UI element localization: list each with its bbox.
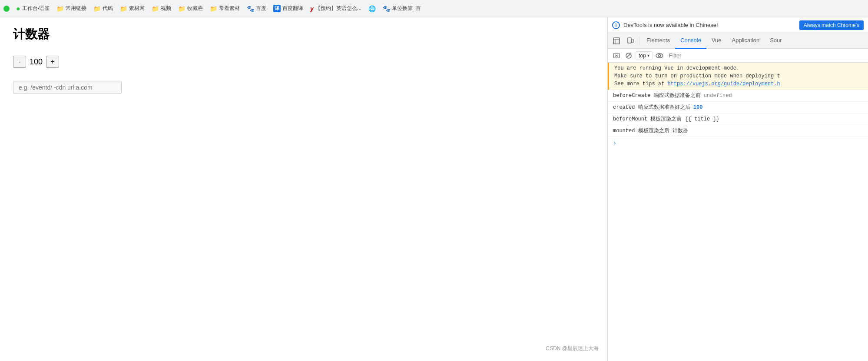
page-footer: CSDN @星辰迷上大海: [546, 345, 599, 352]
svg-point-11: [658, 54, 660, 57]
toolbar-item-code[interactable]: 📁 代码: [91, 3, 115, 13]
toolbar-item-baidu-translate[interactable]: 译 百度翻译: [271, 3, 305, 13]
console-output: You are running Vue in development mode.…: [608, 63, 868, 361]
console-toolbar: top ▾: [608, 49, 868, 63]
tab-console[interactable]: Console: [675, 33, 706, 49]
before-create-text: beforeCreate 响应式数据准备之前: [613, 93, 704, 99]
devtools-tabs: Elements Console Vue Application Sour: [608, 33, 868, 49]
notification-text: DevTools is now available in Chinese!: [623, 22, 796, 28]
counter-value: 100: [30, 57, 43, 67]
pets-icon: 🐾: [383, 5, 390, 12]
tab-sources[interactable]: Sour: [765, 33, 787, 49]
vue-warning-line3-prefix: See more tips at: [614, 81, 667, 87]
tab-elements[interactable]: Elements: [641, 33, 675, 49]
svg-line-9: [627, 54, 630, 57]
toolbar-item-video[interactable]: 📁 视频: [149, 3, 173, 13]
toolbar-item-bookmarks[interactable]: 📁 收藏栏: [176, 3, 205, 13]
page-content: 计数器 - 100 + CSDN @星辰迷上大海: [0, 17, 607, 361]
device-toggle-icon[interactable]: [624, 35, 636, 47]
eye-icon[interactable]: [654, 50, 665, 61]
svg-rect-3: [628, 38, 631, 43]
vue-deployment-link[interactable]: https://vuejs.org/guide/deployment.h: [667, 81, 780, 87]
svg-point-10: [656, 53, 663, 58]
toolbar-item-assets[interactable]: 📁 素材网: [118, 3, 147, 13]
toolbar-item-youdao[interactable]: y 【预约】英语怎么...: [308, 3, 364, 13]
inspector-icon[interactable]: [610, 35, 623, 47]
youdao-icon: y: [310, 5, 314, 12]
console-entry-vue-warning: You are running Vue in development mode.…: [608, 63, 868, 90]
created-value: 100: [693, 104, 703, 110]
context-selector[interactable]: top ▾: [636, 51, 653, 60]
main-container: 计数器 - 100 + CSDN @星辰迷上大海 i DevTools is n…: [0, 17, 868, 361]
search-input[interactable]: [13, 81, 122, 94]
globe-icon: 🌐: [368, 5, 376, 12]
before-mount-text: beforeMount 模板渲染之前 {{ title }}: [613, 116, 719, 122]
devtools-panel: i DevTools is now available in Chinese! …: [607, 17, 868, 361]
page-title: 计数器: [13, 26, 594, 43]
clear-console-icon[interactable]: [611, 50, 622, 61]
increment-button[interactable]: +: [46, 56, 59, 68]
decrement-button[interactable]: -: [13, 56, 26, 68]
baidu-icon: 🐾: [247, 5, 254, 12]
toolbar-item-common-links[interactable]: 📁 常用链接: [54, 3, 89, 13]
tab-divider: [639, 37, 639, 45]
vue-warning-line1: You are running Vue in development mode.: [614, 65, 739, 71]
console-filter-input[interactable]: [666, 51, 865, 60]
console-prompt[interactable]: ›: [608, 137, 868, 149]
before-create-value: undefined: [704, 93, 732, 99]
folder-icon: 📁: [210, 5, 217, 12]
console-entry-before-create: beforeCreate 响应式数据准备之前 undefined: [608, 90, 868, 102]
console-entry-mounted: mounted 模板渲染之后 计数器: [608, 125, 868, 137]
mac-dot-icon: [3, 6, 10, 12]
folder-icon: 📁: [120, 5, 127, 12]
counter-row: - 100 +: [13, 56, 594, 68]
toolbar-item-baidu[interactable]: 🐾 百度: [245, 3, 268, 13]
folder-icon: 📁: [152, 5, 159, 12]
vue-warning-line2: Make sure to turn on production mode whe…: [614, 73, 780, 79]
svg-rect-4: [632, 39, 633, 43]
tab-application[interactable]: Application: [727, 33, 765, 49]
toolbar-item-workbench[interactable]: ● 工作台·语雀: [14, 3, 52, 14]
browser-toolbar: ● 工作台·语雀 📁 常用链接 📁 代码 📁 素材网 📁 视频 📁 收藏栏 📁 …: [0, 0, 868, 17]
mounted-text: mounted 模板渲染之后 计数器: [613, 128, 688, 134]
svg-rect-0: [613, 38, 620, 44]
translate-icon: 译: [273, 5, 281, 12]
toolbar-item-often-seen[interactable]: 📁 常看素材: [208, 3, 242, 13]
match-chrome-button[interactable]: Always match Chrome's: [799, 20, 864, 30]
ban-icon[interactable]: [623, 50, 634, 61]
folder-icon: 📁: [178, 5, 186, 12]
info-icon: i: [612, 21, 620, 29]
console-entry-created: created 响应式数据准备好之后 100: [608, 102, 868, 114]
toolbar-item-unit-converter[interactable]: 🐾 单位换算_百: [381, 3, 423, 13]
created-text: created 响应式数据准备好之后: [613, 104, 693, 110]
devtools-notification: i DevTools is now available in Chinese! …: [608, 17, 868, 33]
chevron-down-icon: ▾: [647, 53, 649, 58]
toolbar-item-globe[interactable]: 🌐: [366, 4, 378, 13]
console-entry-before-mount: beforeMount 模板渲染之前 {{ title }}: [608, 114, 868, 125]
folder-icon: 📁: [56, 5, 64, 12]
folder-icon: 📁: [93, 5, 101, 12]
prompt-arrow-icon: ›: [613, 140, 616, 147]
tab-vue[interactable]: Vue: [706, 33, 727, 49]
